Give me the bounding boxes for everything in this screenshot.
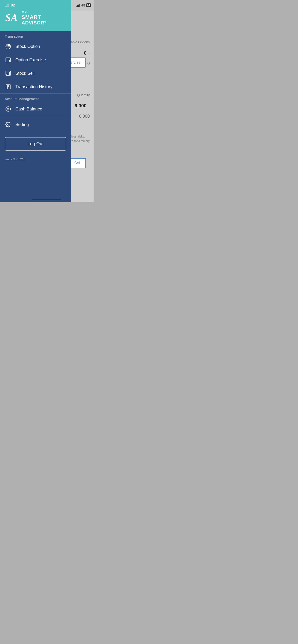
menu-item-option-exercise[interactable]: Option Exercise [0, 53, 71, 66]
logout-button[interactable]: Log Out [5, 137, 66, 151]
menu-item-cash-balance[interactable]: $ Cash Balance [0, 102, 71, 116]
logout-container: Log Out [0, 133, 71, 154]
logo-container: SA MY SMART ADVISOR® [5, 10, 46, 26]
logo-advisor: ADVISOR® [22, 20, 46, 26]
status-bar: 12:02 [0, 0, 71, 10]
menu-item-transaction-history[interactable]: Transaction History [0, 80, 71, 94]
transaction-section: Transaction Stock Option [0, 31, 71, 94]
transaction-history-label: Transaction History [15, 84, 52, 89]
svg-text:SA: SA [5, 12, 18, 23]
svg-point-19 [8, 124, 9, 125]
transaction-section-label: Transaction [0, 31, 71, 40]
stock-option-icon [5, 43, 12, 50]
cash-balance-label: Cash Balance [15, 106, 42, 112]
navigation-drawer: SA MY SMART ADVISOR® Transaction [0, 0, 71, 202]
home-indicator [32, 199, 61, 200]
logo-my: MY [22, 10, 46, 14]
version-text: ver. 2.3.73 213 [0, 154, 71, 164]
status-time: 12:02 [0, 3, 15, 8]
svg-text:$: $ [7, 107, 9, 111]
logo-smart: SMART [22, 14, 46, 20]
stock-sell-label: Stock Sell [15, 71, 35, 76]
stock-option-label: Stock Option [15, 44, 40, 49]
svg-rect-8 [7, 74, 7, 75]
logo-icon: SA [5, 12, 19, 24]
svg-rect-6 [9, 60, 10, 62]
stock-sell-icon [5, 70, 12, 77]
menu-item-stock-sell[interactable]: Stock Sell [0, 66, 71, 80]
logo-text: MY SMART ADVISOR® [22, 10, 46, 26]
svg-rect-12 [6, 84, 10, 89]
menu-item-stock-option[interactable]: Stock Option [0, 40, 71, 53]
cash-balance-icon: $ [5, 106, 12, 112]
option-exercise-label: Option Exercise [15, 58, 46, 62]
drawer-overlay: SA MY SMART ADVISOR® Transaction [0, 0, 94, 202]
svg-rect-10 [9, 72, 10, 75]
setting-label: Setting [15, 122, 29, 127]
setting-icon [5, 121, 12, 128]
option-exercise-icon [5, 56, 12, 63]
menu-item-setting[interactable]: Setting [0, 118, 71, 131]
transaction-history-icon [5, 84, 12, 90]
account-management-section: Account Management $ Cash Balance [0, 94, 71, 116]
setting-section: Setting [0, 116, 71, 133]
svg-rect-9 [8, 73, 9, 75]
account-management-label: Account Management [0, 94, 71, 102]
